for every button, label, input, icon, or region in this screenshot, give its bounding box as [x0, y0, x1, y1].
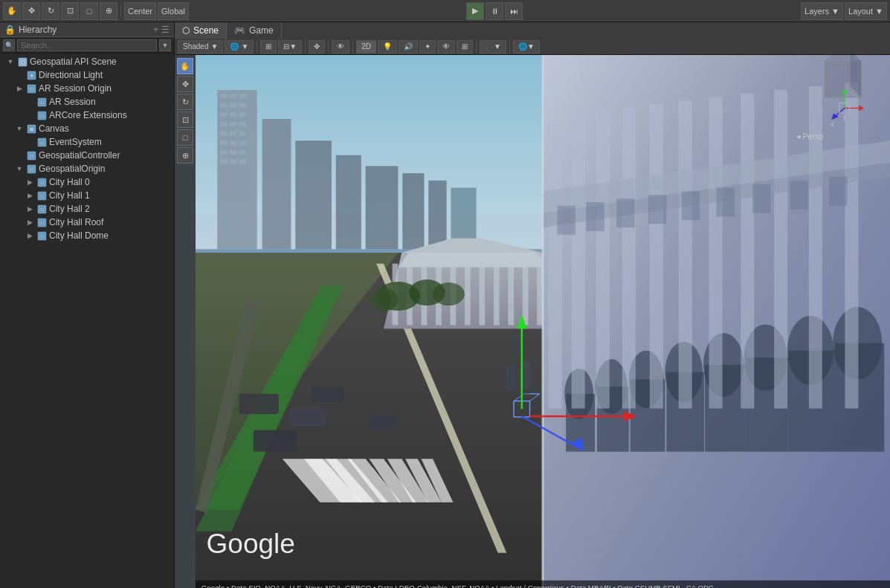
svg-rect-111 [572, 115, 585, 408]
cube-icon-ch1: □ [36, 190, 47, 201]
scene-game-tabs: ⬡ Scene 🎮 Game [175, 22, 890, 39]
tab-scene[interactable]: ⬡ Scene [175, 22, 227, 39]
hierarchy-item-city-hall-roof[interactable]: ▶ □ City Hall Roof [0, 216, 174, 229]
rotate-tool-btn[interactable]: ↻ [42, 2, 59, 20]
hand-tool-btn[interactable]: ✋ [3, 2, 21, 20]
svg-rect-138 [289, 408, 326, 426]
snap-to-grid-btn[interactable]: ⊞ [260, 40, 277, 54]
scene-3d-view[interactable]: ✋ ✥ ↻ ⊡ □ ⊕ [175, 55, 890, 588]
play-btn[interactable]: ▶ [466, 2, 484, 20]
svg-rect-47 [220, 140, 228, 145]
svg-rect-110 [549, 119, 562, 408]
hierarchy-item-geospatial-controller[interactable]: □ GeospatialController [0, 149, 174, 162]
hierarchy-item-label: City Hall 2 [49, 204, 90, 214]
hierarchy-item-geospatial-api-scene[interactable]: ▼ ⬡ Geospatial API Scene [0, 55, 174, 68]
scene-move-btn[interactable]: ✥ [177, 76, 193, 92]
svg-text:□: □ [40, 100, 43, 105]
cube-icon-ch0: □ [36, 177, 47, 187]
svg-rect-127 [682, 191, 700, 220]
hierarchy-item-ar-session[interactable]: □ AR Session [0, 95, 174, 109]
scene-rotate-btn[interactable]: ↻ [177, 94, 193, 110]
svg-rect-40 [239, 112, 246, 117]
svg-rect-32 [220, 94, 228, 98]
free-transform-btn[interactable]: ⊕ [100, 2, 117, 20]
2d-toggle[interactable]: 2D [356, 40, 376, 54]
svg-text:□: □ [40, 140, 43, 145]
scene-rect-btn[interactable]: □ [177, 129, 193, 146]
hierarchy-filter-btn[interactable]: ▼ [159, 39, 171, 51]
svg-marker-89 [398, 253, 549, 267]
lighting-toggle[interactable]: 💡 [378, 40, 397, 54]
scene-toolbar-sep4 [352, 41, 353, 53]
hierarchy-item-canvas[interactable]: ▼ ⊞ Canvas [0, 122, 174, 135]
scene-visibility-btn[interactable]: 👁 [437, 40, 455, 54]
hierarchy-add-icon[interactable]: + [153, 25, 158, 35]
svg-rect-56 [262, 119, 291, 249]
arrow-icon: ▶ [25, 205, 34, 213]
global-btn[interactable]: Global [158, 2, 189, 20]
hierarchy-item-city-hall-0[interactable]: ▶ □ City Hall 0 [0, 175, 174, 189]
hierarchy-item-geospatial-origin[interactable]: ▼ □ GeospatialOrigin [0, 162, 174, 175]
hierarchy-item-city-hall-1[interactable]: ▶ □ City Hall 1 [0, 189, 174, 202]
layers-btn[interactable]: Layers ▼ [801, 2, 843, 20]
scene-toolbar-sep5 [476, 41, 477, 53]
shading-dropdown[interactable]: Shaded ▼ [178, 40, 223, 54]
cube-icon-ch2: □ [36, 204, 47, 214]
grid-toggle[interactable]: ⊞ [457, 40, 473, 54]
snap-settings-btn[interactable]: ⊟▼ [278, 40, 302, 54]
hierarchy-title: Hierarchy [19, 25, 57, 35]
hierarchy-search-input[interactable] [17, 39, 157, 51]
pause-btn[interactable]: ⏸ [486, 2, 503, 20]
svg-text:□: □ [40, 114, 43, 118]
svg-rect-54 [230, 160, 237, 164]
hierarchy-item-arcore-extensions[interactable]: □ ARCore Extensions [0, 109, 174, 122]
tab-game[interactable]: 🎮 Game [227, 22, 282, 39]
svg-rect-61 [428, 181, 446, 249]
camera-overlay-btn[interactable]: 👁 [332, 40, 349, 54]
move-tool-btn[interactable]: ✥ [22, 2, 40, 20]
cube-icon-go: □ [26, 164, 36, 174]
hierarchy-item-eventsystem[interactable]: □ EventSystem [0, 135, 174, 149]
scene-free-btn[interactable]: ⊕ [177, 147, 193, 164]
fx-toggle[interactable]: ✦ [419, 40, 436, 54]
scale-tool-btn[interactable]: ⊡ [61, 2, 79, 20]
svg-text:□: □ [40, 234, 43, 239]
camera-settings-btn[interactable]: 🎥▼ [480, 40, 506, 54]
arrow-icon: ▶ [15, 85, 24, 92]
svg-rect-141 [370, 416, 399, 430]
svg-rect-38 [220, 112, 228, 117]
svg-rect-43 [239, 122, 246, 126]
svg-text:☀: ☀ [30, 74, 33, 78]
svg-rect-59 [366, 166, 399, 249]
move-gizmo-btn[interactable]: ✥ [309, 40, 325, 54]
hierarchy-menu-icon[interactable]: ☰ [161, 25, 170, 35]
svg-rect-49 [239, 140, 246, 145]
gizmos-btn[interactable]: 🌐▼ [513, 40, 540, 54]
audio-toggle[interactable]: 🔊 [399, 40, 418, 54]
overlay-dropdown[interactable]: 🌐 ▼ [225, 40, 254, 54]
hierarchy-item-ar-session-origin[interactable]: ▶ □ AR Session Origin [0, 82, 174, 95]
svg-rect-116 [709, 97, 723, 408]
overlay-arrow: ▼ [241, 42, 248, 51]
center-pivot-btn[interactable]: Center [124, 2, 156, 20]
hierarchy-item-city-hall-2[interactable]: ▶ □ City Hall 2 [0, 202, 174, 216]
layout-btn[interactable]: Layout ▼ [845, 2, 887, 20]
arrow-icon: ▶ [25, 192, 34, 199]
hierarchy-item-directional-light[interactable]: ☀ Directional Light [0, 68, 174, 82]
arrow-icon: ▶ [25, 219, 34, 226]
rect-tool-btn[interactable]: □ [80, 2, 98, 20]
hierarchy-item-city-hall-dome[interactable]: ▶ □ City Hall Dome [0, 229, 174, 242]
scene-scale-btn[interactable]: ⊡ [177, 112, 193, 128]
svg-rect-129 [752, 184, 770, 213]
scene-hand-btn[interactable]: ✋ [177, 58, 193, 74]
svg-rect-60 [402, 173, 424, 249]
svg-text:y: y [843, 113, 847, 120]
svg-rect-36 [230, 103, 237, 108]
main-toolbar: ✋ ✥ ↻ ⊡ □ ⊕ Center Global ▶ ⏸ ⏭ Layers ▼… [0, 0, 890, 22]
hierarchy-search-btn[interactable]: 🔍 [3, 39, 15, 51]
arrow-icon: ▼ [6, 58, 15, 65]
svg-rect-52 [239, 150, 246, 155]
scene-toolbar-sep1 [257, 41, 257, 53]
step-btn[interactable]: ⏭ [505, 2, 523, 20]
svg-text:□: □ [40, 207, 43, 212]
